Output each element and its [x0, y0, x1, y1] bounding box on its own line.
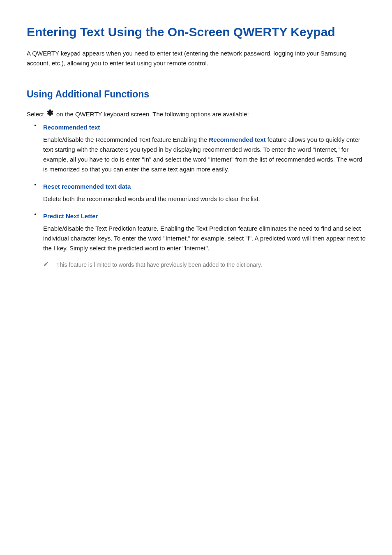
list-item: Recommended text Enable/disable the Reco… [27, 123, 367, 174]
item-body-pre: Enable/disable the Recommended Text feat… [43, 136, 209, 143]
intro-paragraph: A QWERTY keypad appears when you need to… [27, 49, 367, 68]
list-item: Predict Next Letter Enable/disable the T… [27, 211, 367, 253]
item-body-pre: Delete both the recommended words and th… [43, 195, 260, 202]
pencil-icon [43, 261, 49, 268]
note-text: This feature is limited to words that ha… [56, 261, 262, 269]
item-body: Enable/disable the Recommended Text feat… [43, 136, 362, 173]
item-title-predict-next-letter: Predict Next Letter [43, 211, 367, 221]
item-body-highlight: Recommended text [209, 136, 265, 143]
item-body: Enable/disable the Text Prediction featu… [43, 225, 366, 252]
note-row: This feature is limited to words that ha… [27, 261, 367, 269]
section-title: Using Additional Functions [27, 89, 367, 100]
item-body: Delete both the recommended words and th… [43, 195, 260, 202]
select-instruction: Select on the QWERTY keyboard screen. Th… [27, 109, 367, 120]
item-title-reset-text-data: Reset recommended text data [43, 182, 367, 192]
list-item: Reset recommended text data Delete both … [27, 182, 367, 204]
select-suffix-text: on the QWERTY keyboard screen. The follo… [55, 111, 249, 118]
page-title: Entering Text Using the On-Screen QWERTY… [27, 25, 367, 39]
options-list: Recommended text Enable/disable the Reco… [27, 123, 367, 253]
item-body-pre: Enable/disable the Text Prediction featu… [43, 225, 366, 252]
item-title-recommended-text: Recommended text [43, 123, 367, 132]
gear-icon [46, 109, 54, 120]
select-prefix-text: Select [27, 111, 46, 118]
